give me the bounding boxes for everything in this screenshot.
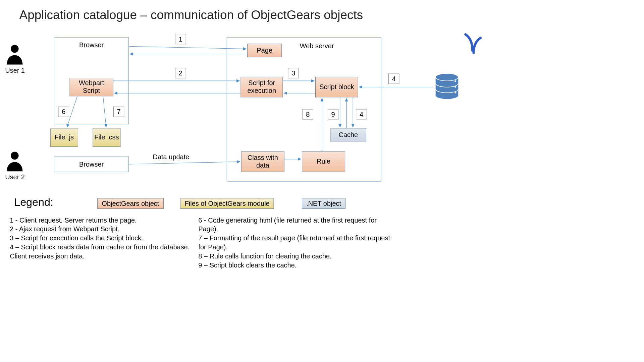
legend-title: Legend: (14, 196, 53, 208)
numbox-3: 3 (288, 68, 299, 78)
legend-line: 4 – Script block reads data from cache o… (10, 243, 195, 261)
numbox-8: 8 (303, 109, 313, 120)
numbox-4: 4 (388, 74, 399, 84)
legend-col1: 1 - Client request. Server returns the p… (10, 216, 195, 261)
legend-swatch-net: .NET object (302, 198, 345, 208)
numbox-1: 1 (175, 34, 186, 44)
numbox-4b: 4 (356, 109, 367, 120)
legend-line: 9 – Script block clears the cache. (198, 261, 394, 270)
svg-line-23 (103, 96, 106, 127)
numbox-9: 9 (328, 109, 338, 120)
svg-line-9 (129, 46, 246, 49)
edge-label-data-update: Data update (145, 153, 197, 161)
legend-line: 6 - Code generating html (file returned … (198, 216, 394, 234)
numbox-7: 7 (113, 107, 124, 117)
legend-line: 2 - Ajax request from Webpart Script. (10, 225, 195, 234)
legend-line: 8 – Rule calls function for clearing the… (198, 252, 394, 261)
legend-line: 1 - Client request. Server returns the p… (10, 216, 195, 225)
legend-swatch-file: Files of ObjectGears module (180, 198, 274, 208)
numbox-2: 2 (175, 68, 186, 78)
svg-line-21 (129, 162, 240, 164)
legend-line: 7 – Formatting of the result page (file … (198, 234, 394, 252)
legend-swatch-og: ObjectGears object (97, 198, 163, 208)
legend-col2: 6 - Code generating html (file returned … (198, 216, 394, 270)
legend-line: 3 – Script for execution calls the Scrip… (10, 234, 195, 243)
numbox-6: 6 (58, 107, 69, 117)
